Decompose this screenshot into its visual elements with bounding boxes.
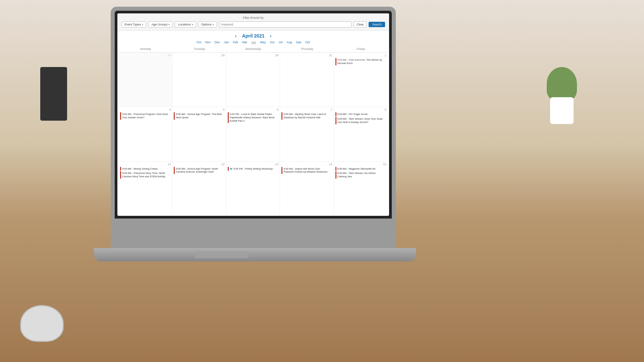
age-groups-button[interactable]: Age Groups ▾: [148, 21, 173, 27]
chevron-down-icon: ▾: [168, 23, 170, 26]
month-navigation: ‹ April 2021 ›: [235, 33, 271, 39]
weeks-container: 28 29 30 31 1: [119, 53, 388, 216]
month-link-jul[interactable]: Jul: [279, 41, 283, 44]
month-link-nov[interactable]: Nov: [205, 41, 211, 44]
month-link-jun[interactable]: Jun: [270, 41, 275, 44]
month-title: April 2021: [242, 33, 265, 39]
day-cell[interactable]: 1 9:00 AM - Club Insomnia: The Dinner by…: [334, 53, 388, 107]
month-link-apr[interactable]: Apr: [251, 41, 256, 44]
day-header-tuesday: Tuesday: [172, 47, 226, 51]
day-cell[interactable]: 5 9:00 AM - School Age Program: The Best…: [172, 107, 226, 161]
chevron-down-icon: ▾: [192, 23, 193, 26]
day-header-friday: Friday: [334, 47, 388, 51]
event[interactable]: 9:00 AM - DIY Sugar Scrub: [335, 112, 386, 116]
day-headers: Monday Tuesday Wednesday Thursday Friday: [119, 47, 388, 53]
week-row: 4 9:00 AM - Preschool Program: How Does …: [119, 107, 388, 161]
event-types-button[interactable]: Event Types ▾: [121, 21, 146, 27]
laptop-trackpad: [195, 251, 248, 258]
event[interactable]: 4:00 PM - Local & State Sneak Peaks: Fay…: [228, 112, 278, 123]
month-link-oct1[interactable]: Oct: [197, 41, 201, 44]
month-link-feb[interactable]: Feb: [233, 41, 238, 44]
event[interactable]: 9:00 AM - Inspire Me! Book Club: Peasant…: [281, 167, 332, 174]
next-month-button[interactable]: ›: [270, 33, 271, 39]
month-link-mar[interactable]: Mar: [242, 41, 248, 44]
calendar-app: Filter Events by Event Types ▾ Age Group…: [117, 13, 389, 216]
month-link-may[interactable]: May: [260, 41, 266, 44]
plant-pot: [550, 97, 574, 124]
day-cell[interactable]: 8 9:00 AM - DIY Sugar Scrub 9:00 AM - Te…: [334, 107, 388, 161]
day-cell[interactable]: 12 9:00 AM - School Age Program: North C…: [172, 162, 226, 216]
day-cell[interactable]: 13 🐦 3:00 PM - Poetry Writing Workshop: [226, 162, 280, 216]
day-cell[interactable]: 14 9:00 AM - Inspire Me! Book Club: Peas…: [280, 162, 334, 216]
event[interactable]: 9:00 AM - Magazine Silhouette Art: [335, 167, 386, 171]
succulent-plant: [547, 67, 577, 101]
options-button[interactable]: Options ▾: [198, 21, 217, 27]
event[interactable]: 🐦 3:00 PM - Poetry Writing Workshop: [228, 167, 278, 171]
calendar-header: ‹ April 2021 › Oct Nov Dec Jan Feb Mar A…: [117, 31, 389, 47]
filter-title: Filter Events by: [121, 16, 385, 19]
filter-controls: Event Types ▾ Age Groups ▾ Locations ▾: [121, 21, 385, 27]
event[interactable]: 9:00 AM - School Age Program: The Best N…: [174, 112, 224, 120]
filter-bar: Filter Events by Event Types ▾ Age Group…: [117, 13, 389, 31]
day-cell[interactable]: 28: [119, 53, 172, 107]
event[interactable]: 9:00 AM - Teen Stream: De-Stress Calming…: [335, 171, 386, 179]
chevron-down-icon: ▾: [142, 23, 143, 26]
calendar-grid: Monday Tuesday Wednesday Thursday Friday…: [117, 47, 389, 216]
day-cell[interactable]: 7 9:00 AM - Mystery Book Club: Land of S…: [280, 107, 334, 161]
day-cell[interactable]: 11 9:00 AM - Money Saving Charts 9:00 AM…: [119, 162, 172, 216]
week-row: 28 29 30 31 1: [119, 53, 388, 107]
day-header-monday: Monday: [119, 47, 172, 51]
month-link-sep[interactable]: Sep: [296, 41, 301, 44]
screen-bezel: Filter Events by Event Types ▾ Age Group…: [115, 11, 392, 219]
week-row: 11 9:00 AM - Money Saving Charts 9:00 AM…: [119, 162, 388, 216]
laptop-body: Filter Events by Event Types ▾ Age Group…: [111, 7, 396, 248]
laptop-base: [94, 248, 416, 261]
pencil-cup: [40, 67, 67, 121]
laptop-screen: Filter Events by Event Types ▾ Age Group…: [117, 13, 389, 216]
search-button[interactable]: Search: [369, 22, 385, 27]
event[interactable]: 9:00 AM - Mystery Book Club: Land of Sha…: [281, 112, 332, 120]
day-cell[interactable]: 29: [172, 53, 226, 107]
chevron-down-icon: ▾: [213, 23, 214, 26]
event[interactable]: 9:00 AM - School Age Program: North Caro…: [174, 167, 224, 174]
day-cell[interactable]: 30: [226, 53, 280, 107]
day-cell[interactable]: 4 9:00 AM - Preschool Program: How Does …: [119, 107, 172, 161]
event[interactable]: 9:00 AM - Teen Stream: Does Your Soda Ca…: [335, 117, 386, 124]
event[interactable]: 9:00 AM - Money Saving Charts: [120, 167, 171, 171]
day-cell[interactable]: 31: [280, 53, 334, 107]
month-list: Oct Nov Dec Jan Feb Mar Apr May Jun Jul …: [197, 41, 310, 44]
day-header-thursday: Thursday: [280, 47, 334, 51]
event[interactable]: 9:00 AM - Preschool Story Time: North Ca…: [120, 171, 171, 179]
day-header-wednesday: Wednesday: [226, 47, 280, 51]
clear-button[interactable]: Clear: [354, 21, 367, 27]
keyword-input[interactable]: [219, 21, 352, 27]
event[interactable]: 9:00 AM - Preschool Program: How Does Yo…: [120, 112, 171, 120]
day-cell[interactable]: 15 9:00 AM - Magazine Silhouette Art 9:0…: [334, 162, 388, 216]
event[interactable]: 9:00 AM - Club Insomnia: The Dinner by H…: [335, 58, 386, 65]
month-link-dec[interactable]: Dec: [215, 41, 220, 44]
coffee-cup: [20, 305, 64, 342]
month-link-aug[interactable]: Aug: [286, 41, 292, 44]
locations-button[interactable]: Locations ▾: [175, 21, 196, 27]
day-cell[interactable]: 6 4:00 PM - Local & State Sneak Peaks: F…: [226, 107, 280, 161]
month-link-jan[interactable]: Jan: [224, 41, 229, 44]
month-link-oct2[interactable]: Oct: [305, 41, 310, 44]
prev-month-button[interactable]: ‹: [235, 33, 237, 39]
